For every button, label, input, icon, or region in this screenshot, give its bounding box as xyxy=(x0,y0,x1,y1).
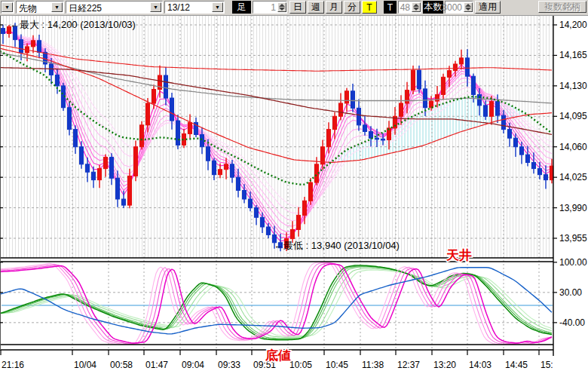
tick-label: T xyxy=(384,1,397,14)
svg-text:13,990: 13,990 xyxy=(559,203,587,213)
chart-canvas[interactable]: 14,20014,16514,13014,09514,06014,02513,9… xyxy=(0,15,588,377)
chevron-down-icon[interactable]: ▼ xyxy=(2,2,13,12)
apply-button[interactable]: 適用 xyxy=(475,1,501,14)
svg-text:09:33: 09:33 xyxy=(218,360,240,370)
svg-text:13,955: 13,955 xyxy=(559,233,587,244)
tick-value: 48 xyxy=(400,2,410,13)
svg-text:14,060: 14,060 xyxy=(559,142,587,152)
honsu-label: 本数 xyxy=(423,1,443,14)
svg-text:10:45: 10:45 xyxy=(326,360,348,370)
svg-text:21:16: 21:16 xyxy=(2,360,24,370)
contract-combo[interactable]: 13/12 ▼ xyxy=(164,1,225,14)
mini-combo[interactable]: ▼ xyxy=(1,1,14,14)
instrument-combo[interactable]: 先物 ▼ xyxy=(16,1,64,14)
svg-text:09:04: 09:04 xyxy=(182,360,204,370)
max-annotation: ←最大 : 14,200 (2013/10/03) xyxy=(10,19,136,30)
oscillator-lines xyxy=(0,262,552,345)
floor-annotation: 底値 xyxy=(265,348,291,363)
chevron-down-icon[interactable]: ▼ xyxy=(51,2,63,12)
toolbar: ▼ 先物 ▼ 日経225 ▼ 13/12 ▼ 足 1 日 週 月 分 T T 4… xyxy=(0,0,588,16)
ceiling-annotation: 天井 xyxy=(446,248,472,262)
svg-text:00:58: 00:58 xyxy=(110,360,133,370)
tick-stepper[interactable]: 48 xyxy=(398,1,421,14)
honsu-value: 3000 xyxy=(442,2,462,13)
svg-text:14,095: 14,095 xyxy=(559,111,587,121)
instrument-value: 先物 xyxy=(19,2,37,15)
svg-text:14,165: 14,165 xyxy=(559,50,587,60)
trading-chart-app: { "toolbar": { "instrument": "先物", "symb… xyxy=(0,0,588,377)
svg-text:10/04: 10/04 xyxy=(74,360,96,370)
period-minute-button[interactable]: 分 xyxy=(344,1,360,14)
svg-text:10:05: 10:05 xyxy=(289,360,312,370)
svg-text:14:45: 14:45 xyxy=(505,360,528,370)
price-axis-labels: 14,20014,16514,13014,09514,06014,02513,9… xyxy=(559,20,587,328)
period-tick-button[interactable]: T xyxy=(362,1,377,14)
interval-value: 1 xyxy=(271,2,276,13)
svg-text:11:38: 11:38 xyxy=(362,360,384,370)
period-day-button[interactable]: 日 xyxy=(289,1,306,14)
svg-text:14:03: 14:03 xyxy=(469,360,492,370)
price-panel[interactable] xyxy=(0,15,553,258)
svg-text:14,025: 14,025 xyxy=(559,172,587,182)
multi-symbol-button[interactable]: 複数銘柄 xyxy=(538,1,586,13)
svg-text:30.00: 30.00 xyxy=(559,287,582,298)
honsu-stepper[interactable]: 3000 xyxy=(445,1,473,14)
svg-text:13:20: 13:20 xyxy=(433,360,456,370)
min-annotation: ←最低 : 13,940 (2013/10/04) xyxy=(274,240,400,251)
spinner-arrows-icon[interactable] xyxy=(412,2,421,12)
symbol-value: 日経225 xyxy=(69,2,102,15)
chevron-down-icon[interactable]: ▼ xyxy=(150,2,161,12)
period-week-button[interactable]: 週 xyxy=(308,1,324,14)
svg-text:01:47: 01:47 xyxy=(145,360,168,370)
svg-text:15:: 15: xyxy=(541,360,553,370)
ashi-label: 足 xyxy=(232,1,251,14)
spinner-arrows-icon[interactable] xyxy=(277,2,286,12)
spinner-arrows-icon[interactable] xyxy=(464,2,473,12)
svg-text:12:37: 12:37 xyxy=(397,360,420,370)
svg-text:14,130: 14,130 xyxy=(559,81,587,91)
svg-text:-40.00: -40.00 xyxy=(559,317,585,328)
svg-text:14,200: 14,200 xyxy=(559,20,587,30)
svg-text:100.00: 100.00 xyxy=(559,257,587,268)
symbol-combo[interactable]: 日経225 ▼ xyxy=(66,1,163,14)
contract-value: 13/12 xyxy=(167,2,190,13)
chevron-down-icon[interactable]: ▼ xyxy=(212,2,223,12)
interval-stepper[interactable]: 1 xyxy=(253,1,287,14)
period-month-button[interactable]: 月 xyxy=(326,1,342,14)
